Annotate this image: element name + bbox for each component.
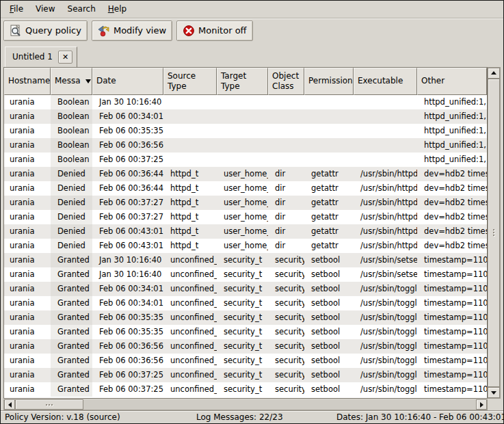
- cell: Jan 30 10:16:40: [92, 267, 163, 282]
- table-row[interactable]: uraniaGrantedFeb 06 00:35:35unconfined_s…: [4, 325, 487, 339]
- table-row[interactable]: uraniaGrantedFeb 06 00:34:01unconfined_s…: [4, 296, 487, 310]
- vertical-scrollbar[interactable]: [488, 67, 501, 399]
- table-row[interactable]: uraniaBooleanJan 30 10:16:40httpd_unifie…: [4, 95, 487, 109]
- cell: unconfined_: [163, 296, 217, 310]
- table-row[interactable]: uraniaDeniedFeb 06 00:36:44httpd_tuser_h…: [4, 181, 487, 196]
- menu-item-help[interactable]: Help: [102, 2, 133, 16]
- dates-status: Dates: Jan 30 10:16:40 - Feb 06 00:43:01: [336, 412, 504, 422]
- menu-item-search[interactable]: Search: [62, 2, 102, 16]
- horizontal-scrollbar-thumb[interactable]: [15, 399, 83, 410]
- column-header-date[interactable]: Date: [92, 68, 163, 95]
- scroll-left-button[interactable]: [4, 399, 15, 410]
- column-header-label: Object Class: [272, 71, 300, 92]
- cell: [304, 95, 354, 109]
- table-row[interactable]: uraniaGrantedFeb 06 00:37:25unconfined_s…: [4, 368, 487, 382]
- column-header-source-type[interactable]: Source Type: [163, 68, 217, 95]
- table-row[interactable]: uraniaBooleanFeb 06 00:37:25httpd_unifie…: [4, 153, 487, 167]
- table-row[interactable]: uraniaBooleanFeb 06 00:34:01httpd_unifie…: [4, 109, 487, 124]
- cell: Jan 30 10:16:40: [92, 95, 163, 109]
- toolbar: Query policy Modify view Monitor off: [1, 18, 503, 44]
- scroll-up-button[interactable]: [488, 68, 500, 79]
- cell: timestamp=11076: [417, 368, 487, 382]
- menu-item-view[interactable]: View: [29, 2, 61, 16]
- cell: dir: [268, 181, 304, 196]
- arrow-up-icon: [491, 71, 496, 75]
- cell: [268, 124, 304, 138]
- tab-untitled-1[interactable]: Untitled 1 ✕: [5, 47, 77, 67]
- tab-close-button[interactable]: ✕: [58, 51, 72, 64]
- column-header-label: Hostname: [8, 76, 50, 86]
- cell: security: [268, 382, 304, 397]
- table-row[interactable]: uraniaBooleanFeb 06 00:36:56httpd_unifie…: [4, 138, 487, 153]
- cell: [304, 109, 354, 124]
- cell: /usr/sbin/toggle: [354, 310, 417, 325]
- modify-view-button[interactable]: Modify view: [92, 21, 172, 41]
- log-view: Hostname Messa Date Source Type Target T…: [3, 67, 501, 410]
- cell: Granted: [51, 282, 92, 296]
- column-header-label: Date: [96, 76, 116, 86]
- cell: Feb 06 00:37:25: [92, 382, 163, 397]
- horizontal-scrollbar[interactable]: [3, 399, 488, 410]
- cell: Feb 06 00:37:25: [92, 153, 163, 167]
- monitor-off-icon: [183, 25, 195, 37]
- menu-item-file[interactable]: File: [3, 2, 29, 16]
- cell: dev=hdb2 timesta: [417, 239, 487, 253]
- cell: Denied: [51, 224, 92, 239]
- thumb-grip: [493, 229, 494, 236]
- table-row[interactable]: uraniaDeniedFeb 06 00:43:01httpd_tuser_h…: [4, 239, 487, 253]
- column-header-executable[interactable]: Executable: [354, 68, 417, 95]
- table-row[interactable]: uraniaGrantedFeb 06 00:34:01unconfined_s…: [4, 282, 487, 296]
- cell: [163, 109, 217, 124]
- cell: setbool: [304, 382, 354, 397]
- cell: [163, 124, 217, 138]
- arrow-right-icon: [480, 402, 483, 408]
- column-header-other[interactable]: Other: [417, 68, 487, 95]
- column-header-target-type[interactable]: Target Type: [217, 68, 268, 95]
- table-row[interactable]: uraniaGrantedJan 30 10:16:40unconfined_s…: [4, 267, 487, 282]
- cell: Boolean: [51, 138, 92, 153]
- query-policy-icon: [10, 25, 22, 37]
- vertical-scrollbar-thumb[interactable]: [488, 79, 500, 387]
- table-row[interactable]: uraniaGrantedFeb 06 00:35:35unconfined_s…: [4, 310, 487, 325]
- cell: unconfined_: [163, 382, 217, 397]
- cell: unconfined_: [163, 253, 217, 267]
- scroll-right-button[interactable]: [476, 399, 487, 410]
- column-header-permission[interactable]: Permission: [304, 68, 354, 95]
- scroll-down-button[interactable]: [488, 387, 500, 398]
- cell: getattr: [304, 210, 354, 224]
- column-header-hostname[interactable]: Hostname: [4, 68, 51, 95]
- cell: httpd_t: [163, 196, 217, 210]
- table-row[interactable]: uraniaGrantedJan 30 10:16:40unconfined_s…: [4, 253, 487, 267]
- cell: setbool: [304, 354, 354, 368]
- column-header-message[interactable]: Messa: [51, 68, 92, 95]
- cell: urania: [4, 267, 51, 282]
- table-row[interactable]: uraniaDeniedFeb 06 00:36:44httpd_tuser_h…: [4, 167, 487, 181]
- cell: [217, 153, 268, 167]
- table-row[interactable]: uraniaDeniedFeb 06 00:37:27httpd_tuser_h…: [4, 210, 487, 224]
- cell: security: [268, 354, 304, 368]
- cell: [268, 109, 304, 124]
- cell: /usr/sbin/httpd: [354, 239, 417, 253]
- cell: security_t: [217, 253, 268, 267]
- table-row[interactable]: uraniaDeniedFeb 06 00:37:27httpd_tuser_h…: [4, 196, 487, 210]
- table-row[interactable]: uraniaDeniedFeb 06 00:43:01httpd_tuser_h…: [4, 224, 487, 239]
- table-row[interactable]: uraniaBooleanFeb 06 00:35:35httpd_unifie…: [4, 124, 487, 138]
- cell: [217, 109, 268, 124]
- cell: security_t: [217, 310, 268, 325]
- cell: timestamp=11076: [417, 296, 487, 310]
- cell: security_t: [217, 354, 268, 368]
- cell: urania: [4, 296, 51, 310]
- table-row[interactable]: uraniaGrantedFeb 06 00:36:56unconfined_s…: [4, 339, 487, 354]
- cell: setbool: [304, 253, 354, 267]
- cell: httpd_unified:1, ht: [417, 124, 487, 138]
- table-row[interactable]: uraniaGrantedFeb 06 00:37:25unconfined_s…: [4, 382, 487, 397]
- cell: Granted: [51, 354, 92, 368]
- cell: security_t: [217, 325, 268, 339]
- query-policy-button[interactable]: Query policy: [3, 21, 88, 41]
- column-header-object-class[interactable]: Object Class: [268, 68, 304, 95]
- table-row[interactable]: uraniaGrantedFeb 06 00:36:56unconfined_s…: [4, 354, 487, 368]
- cell: dir: [268, 167, 304, 181]
- cell: user_home_: [217, 239, 268, 253]
- scrollbar-trough[interactable]: [83, 399, 476, 410]
- monitor-off-button[interactable]: Monitor off: [176, 21, 252, 41]
